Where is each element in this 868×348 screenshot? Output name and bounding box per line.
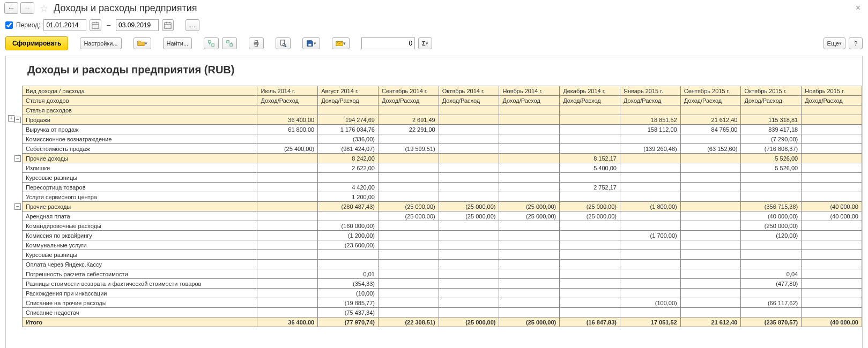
cell-value [741, 289, 802, 298]
cell-value [257, 250, 318, 260]
table-row[interactable]: Прочие расходы(280 487,43)(25 000,00)(25… [23, 202, 862, 211]
cell-value [620, 279, 680, 289]
collapse-groups-button[interactable] [222, 37, 237, 49]
table-row[interactable]: Оплата через Яндекс.Кассу [23, 260, 862, 269]
table-row[interactable]: Пересортица товаров4 420,002 752,17 [23, 183, 862, 192]
svg-rect-4 [165, 23, 171, 29]
date-to-calendar-button[interactable] [162, 19, 174, 31]
table-row[interactable]: Расхождения при инкассации(10,00) [23, 289, 862, 298]
table-row[interactable]: Итого36 400,00(77 970,74)(22 308,51)(25 … [23, 317, 862, 327]
help-button[interactable]: ? [849, 37, 863, 49]
cell-value: 8 152,17 [560, 154, 620, 163]
cell-value [318, 250, 379, 260]
cell-value [439, 144, 499, 154]
cell-value: (280 487,43) [318, 202, 379, 211]
row-label: Комиссия по эквайрингу [23, 231, 257, 240]
cell-value: (66 117,62) [741, 298, 802, 308]
cell-value [499, 144, 560, 154]
cell-value [499, 231, 560, 240]
table-row[interactable]: Выручка от продаж61 800,001 176 034,7622… [23, 125, 862, 134]
table-row[interactable]: Комиссионное вознаграждение(336,00)(7 29… [23, 134, 862, 144]
cell-value: (19 599,51) [378, 144, 439, 154]
cell-value [560, 134, 620, 144]
cell-value [257, 192, 318, 202]
cell-value [560, 115, 620, 125]
cell-value: 36 400,00 [257, 115, 318, 125]
cell-value: (1 800,00) [620, 202, 680, 211]
table-row[interactable]: Комиссия по эквайрингу(1 200,00)(1 700,0… [23, 231, 862, 240]
cell-value [741, 173, 802, 183]
row-label: Пересортица товаров [23, 183, 257, 192]
cell-value [257, 183, 318, 192]
cell-value [802, 163, 862, 173]
cell-value: 839 417,18 [741, 125, 802, 134]
table-row[interactable]: Арендная плата(25 000,00)(25 000,00)(25 … [23, 211, 862, 221]
favorite-icon[interactable]: ☆ [40, 3, 50, 13]
cell-value [802, 260, 862, 269]
period-select-button[interactable]: ... [186, 19, 199, 31]
cell-value: 2 752,17 [560, 183, 620, 192]
cell-value: 61 800,00 [257, 125, 318, 134]
save-button[interactable] [302, 37, 320, 49]
expand-groups-button[interactable] [204, 37, 219, 49]
table-row[interactable]: Списание недостач(75 437,34) [23, 308, 862, 317]
cell-value [439, 279, 499, 289]
collapse-group-button[interactable]: − [14, 203, 21, 210]
table-row[interactable]: Курсовые разницы [23, 173, 862, 183]
generate-button[interactable]: Сформировать [5, 36, 68, 50]
sum-input[interactable] [361, 37, 415, 49]
collapse-group-button[interactable]: − [14, 117, 21, 123]
find-button[interactable]: Найти... [163, 37, 192, 49]
cell-value [560, 298, 620, 308]
cell-value [378, 298, 439, 308]
cell-value [439, 260, 499, 269]
table-row[interactable]: Прочие доходы8 242,008 152,175 526,00 [23, 154, 862, 163]
table-row[interactable]: Командировочные расходы(160 000,00)(250 … [23, 221, 862, 231]
cell-value: 84 765,00 [680, 125, 741, 134]
print-button[interactable] [249, 37, 264, 49]
report-area[interactable]: Доходы и расходы предприятия (RUB) Вид д… [5, 56, 863, 348]
table-row[interactable]: Разницы стоимости возврата и фактической… [23, 279, 862, 289]
cell-value: (25 400,00) [257, 144, 318, 154]
table-row[interactable]: Услуги сервисного центра1 200,00 [23, 192, 862, 202]
table-row[interactable]: Списание на прочие расходы(19 885,77)(10… [23, 298, 862, 308]
forward-button[interactable]: → [20, 2, 34, 14]
cell-value [378, 192, 439, 202]
date-from-calendar-button[interactable] [90, 19, 101, 31]
cell-value [741, 183, 802, 192]
cell-value: (477,80) [741, 279, 802, 289]
settings-button[interactable]: Настройки... [80, 37, 121, 49]
table-row[interactable]: Себестоимость продаж(25 400,00)(981 424,… [23, 144, 862, 154]
cell-value [802, 240, 862, 250]
cell-value [257, 260, 318, 269]
variants-button[interactable] [133, 37, 151, 49]
cell-value [378, 163, 439, 173]
date-to-input[interactable] [116, 19, 159, 31]
date-dash: – [107, 21, 110, 29]
report-table: Вид дохода / расходаИюль 2014 г.Август 2… [22, 86, 862, 327]
cell-value [257, 211, 318, 221]
column-header [741, 105, 802, 115]
row-label: Курсовые разницы [23, 173, 257, 183]
expand-all-button[interactable]: + [8, 115, 14, 122]
send-button[interactable] [332, 37, 350, 49]
back-button[interactable]: ← [4, 2, 18, 14]
table-row[interactable]: Излишки2 622,005 400,005 526,00 [23, 163, 862, 173]
table-row[interactable]: Курсовые разницы [23, 250, 862, 260]
cell-value [680, 163, 741, 173]
table-row[interactable]: Коммунальные услуги(23 600,00) [23, 240, 862, 250]
close-button[interactable]: × [852, 3, 864, 13]
cell-value [257, 154, 318, 163]
more-button[interactable]: Еще [824, 37, 845, 49]
svg-rect-11 [230, 44, 232, 46]
table-row[interactable]: Продажи36 400,00194 274,692 691,4918 851… [23, 115, 862, 125]
cell-value [499, 183, 560, 192]
collapse-group-button[interactable]: − [14, 155, 21, 162]
cell-value: 4 420,00 [318, 183, 379, 192]
cell-value [318, 173, 379, 183]
sigma-button[interactable]: Σ [418, 37, 432, 49]
period-checkbox[interactable] [5, 21, 13, 29]
date-from-input[interactable] [43, 19, 86, 31]
table-row[interactable]: Погрешность расчета себестоимости0,010,0… [23, 269, 862, 279]
preview-button[interactable] [276, 37, 291, 49]
